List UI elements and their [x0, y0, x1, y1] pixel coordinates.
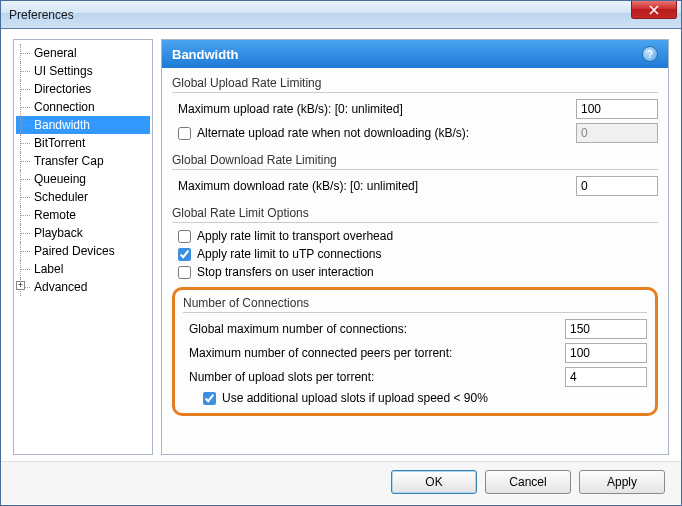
- apply-button[interactable]: Apply: [579, 470, 665, 494]
- group-connections: Number of Connections Global maximum num…: [172, 287, 658, 416]
- dialog-buttons: OK Cancel Apply: [1, 461, 681, 504]
- opt-utp-label: Apply rate limit to uTP connections: [197, 247, 382, 261]
- sidebar-item-label[interactable]: Label: [16, 260, 150, 278]
- close-icon: [649, 5, 659, 15]
- content-area: General UI Settings Directories Connecti…: [1, 29, 681, 461]
- group-download-limit: Global Download Rate Limiting Maximum do…: [172, 151, 658, 198]
- category-tree: General UI Settings Directories Connecti…: [13, 39, 153, 455]
- opt-stop-checkbox[interactable]: [178, 266, 191, 279]
- preferences-window: Preferences General UI Settings Director…: [0, 0, 682, 506]
- peers-label: Maximum number of connected peers per to…: [189, 346, 559, 360]
- extra-slots-label: Use additional upload slots if upload sp…: [222, 391, 488, 405]
- opt-stop-label: Stop transfers on user interaction: [197, 265, 374, 279]
- alt-upload-label: Alternate upload rate when not downloadi…: [197, 126, 570, 140]
- ok-button[interactable]: OK: [391, 470, 477, 494]
- opt-overhead-checkbox[interactable]: [178, 230, 191, 243]
- group-upload-limit: Global Upload Rate Limiting Maximum uplo…: [172, 74, 658, 145]
- sidebar-item-queueing[interactable]: Queueing: [16, 170, 150, 188]
- close-button[interactable]: [631, 1, 677, 19]
- slots-label: Number of upload slots per torrent:: [189, 370, 559, 384]
- sidebar-item-bandwidth[interactable]: Bandwidth: [16, 116, 150, 134]
- sidebar-item-playback[interactable]: Playback: [16, 224, 150, 242]
- group-title: Number of Connections: [183, 294, 647, 313]
- global-conn-input[interactable]: [565, 319, 647, 339]
- alt-upload-checkbox[interactable]: [178, 127, 191, 140]
- extra-slots-checkbox[interactable]: [203, 392, 216, 405]
- window-title: Preferences: [9, 8, 74, 22]
- sidebar-item-general[interactable]: General: [16, 44, 150, 62]
- group-rate-options: Global Rate Limit Options Apply rate lim…: [172, 204, 658, 281]
- opt-overhead-label: Apply rate limit to transport overhead: [197, 229, 393, 243]
- group-title: Global Rate Limit Options: [172, 204, 658, 223]
- opt-utp-checkbox[interactable]: [178, 248, 191, 261]
- global-conn-label: Global maximum number of connections:: [189, 322, 559, 336]
- max-download-label: Maximum download rate (kB/s): [0: unlimi…: [178, 179, 570, 193]
- group-title: Global Upload Rate Limiting: [172, 74, 658, 93]
- panel-header: Bandwidth ?: [162, 40, 668, 68]
- sidebar-item-scheduler[interactable]: Scheduler: [16, 188, 150, 206]
- max-download-input[interactable]: [576, 176, 658, 196]
- settings-panel: Bandwidth ? Global Upload Rate Limiting …: [161, 39, 669, 455]
- slots-input[interactable]: [565, 367, 647, 387]
- panel-body: Global Upload Rate Limiting Maximum uplo…: [162, 68, 668, 454]
- sidebar-item-directories[interactable]: Directories: [16, 80, 150, 98]
- help-icon[interactable]: ?: [642, 46, 658, 62]
- expand-icon[interactable]: +: [16, 281, 25, 290]
- max-upload-label: Maximum upload rate (kB/s): [0: unlimite…: [178, 102, 570, 116]
- sidebar-item-advanced[interactable]: + Advanced: [16, 278, 150, 296]
- sidebar-item-transfer-cap[interactable]: Transfer Cap: [16, 152, 150, 170]
- panel-title: Bandwidth: [172, 47, 238, 62]
- sidebar-item-remote[interactable]: Remote: [16, 206, 150, 224]
- alt-upload-input[interactable]: [576, 123, 658, 143]
- peers-input[interactable]: [565, 343, 647, 363]
- titlebar: Preferences: [1, 1, 681, 29]
- sidebar-item-bittorrent[interactable]: BitTorrent: [16, 134, 150, 152]
- max-upload-input[interactable]: [576, 99, 658, 119]
- group-title: Global Download Rate Limiting: [172, 151, 658, 170]
- sidebar-item-connection[interactable]: Connection: [16, 98, 150, 116]
- cancel-button[interactable]: Cancel: [485, 470, 571, 494]
- sidebar-item-ui-settings[interactable]: UI Settings: [16, 62, 150, 80]
- sidebar-item-paired-devices[interactable]: Paired Devices: [16, 242, 150, 260]
